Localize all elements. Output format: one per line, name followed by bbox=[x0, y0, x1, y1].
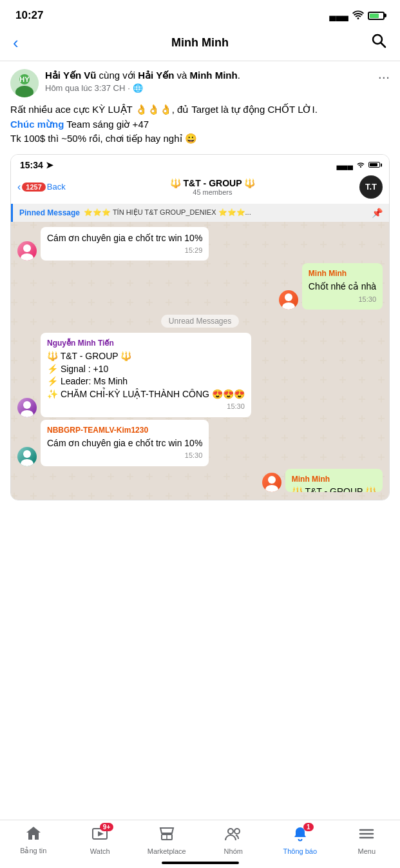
chat-group-members: 45 members bbox=[71, 188, 354, 196]
chat-nav-bar: ‹ 1257 Back 🔱 T&T - GROUP 🔱 45 members T… bbox=[11, 173, 389, 204]
msg-avatar-2 bbox=[279, 290, 298, 310]
svg-line-1 bbox=[381, 43, 385, 48]
svg-point-10 bbox=[23, 401, 31, 409]
chat-time: 15:34 ➤ bbox=[20, 160, 53, 170]
nav-item-watch[interactable]: 9+ Watch bbox=[77, 826, 122, 855]
battery-icon bbox=[368, 12, 385, 20]
message-bubble-3: Nguyễn Minh Tiến 🔱 T&T - GROUP 🔱⚡ Signal… bbox=[41, 333, 251, 417]
pinned-stars-text: ⭐⭐⭐ TÍN HIỆU T&T GROUP_DENIEX ⭐⭐⭐... bbox=[84, 208, 372, 217]
pin-icon: 📌 bbox=[372, 208, 383, 218]
pinned-label: Pinned Message bbox=[19, 208, 80, 217]
msg-avatar-5 bbox=[262, 473, 281, 492]
groups-icon bbox=[224, 826, 242, 845]
nav-label-notifications: Thông báo bbox=[283, 847, 317, 855]
status-bar: 10:27 ▄▄▄ bbox=[0, 0, 400, 27]
chat-signal-icon: ▄▄▄ bbox=[336, 161, 353, 170]
chat-status-icons: ▄▄▄ bbox=[336, 161, 380, 170]
page-title: Minh Minh bbox=[171, 36, 229, 50]
watch-icon: 9+ bbox=[91, 826, 108, 845]
unread-divider: Unread Messages bbox=[161, 315, 239, 328]
nav-label-home: Bảng tin bbox=[20, 847, 46, 855]
table-row: Minh Minh Chốt nhé cả nhà 15:30 bbox=[17, 263, 383, 310]
msg-avatar-3 bbox=[17, 398, 37, 417]
svg-point-6 bbox=[23, 244, 31, 252]
search-button[interactable] bbox=[364, 32, 387, 53]
svg-marker-17 bbox=[98, 831, 104, 836]
chat-back-count: 1257 bbox=[22, 182, 45, 192]
post-container: HY Hải Yến Vũ cùng với Hải Yến và Minh M… bbox=[0, 61, 400, 500]
message-bubble-4: NBBGRP-TEAMLV-Kim1230 Cám ơn chuyên gia … bbox=[41, 420, 209, 466]
table-row: Cám ơn chuyên gia e chốt trc win 10% 15:… bbox=[17, 227, 383, 261]
notifications-badge: 1 bbox=[303, 823, 314, 831]
back-button[interactable]: ‹ bbox=[13, 33, 36, 53]
nav-label-groups: Nhóm bbox=[224, 847, 243, 855]
nav-label-watch: Watch bbox=[90, 847, 110, 855]
post-header: HY Hải Yến Vũ cùng với Hải Yến và Minh M… bbox=[10, 69, 390, 97]
msg-avatar-1 bbox=[17, 241, 37, 261]
svg-point-14 bbox=[268, 476, 276, 484]
svg-point-13 bbox=[21, 459, 33, 466]
svg-point-15 bbox=[265, 485, 278, 492]
nav-item-notifications[interactable]: 1 Thông báo bbox=[278, 826, 323, 855]
chat-messages: Cám ơn chuyên gia e chốt trc win 10% 15:… bbox=[11, 222, 389, 500]
nav-label-menu: Menu bbox=[357, 847, 376, 855]
pinned-message: Pinned Message ⭐⭐⭐ TÍN HIỆU T&T GROUP_DE… bbox=[11, 204, 389, 222]
privacy-icon: 🌐 bbox=[133, 83, 143, 93]
chat-group-avatar: T.T bbox=[359, 175, 383, 199]
post-body: Rất nhiều ace cực KỲ LUẬT 👌👌👌, đủ Target… bbox=[10, 103, 390, 146]
watch-badge: 9+ bbox=[100, 823, 113, 831]
chat-status-bar: 15:34 ➤ ▄▄▄ bbox=[11, 155, 389, 173]
chat-back-button[interactable]: ‹ 1257 Back bbox=[17, 181, 66, 193]
svg-point-9 bbox=[282, 302, 295, 310]
chat-battery-icon bbox=[368, 162, 380, 168]
table-row: Minh Minh 🔱 T&T - GROUP 🔱 bbox=[17, 469, 383, 492]
post-meta: Hải Yến Vũ cùng với Hải Yến và Minh Minh… bbox=[45, 69, 372, 93]
more-options-button[interactable]: ··· bbox=[378, 69, 390, 86]
table-row: Nguyễn Minh Tiến 🔱 T&T - GROUP 🔱⚡ Signal… bbox=[17, 333, 383, 417]
svg-point-20 bbox=[228, 829, 233, 834]
chat-back-label: Back bbox=[47, 182, 66, 192]
bottom-nav: Bảng tin 9+ Watch Marketplace bbox=[0, 820, 400, 868]
wifi-icon bbox=[352, 10, 364, 21]
post-author: Hải Yến Vũ cùng với Hải Yến và Minh Minh… bbox=[45, 69, 372, 82]
table-row: NBBGRP-TEAMLV-Kim1230 Cám ơn chuyên gia … bbox=[17, 420, 383, 466]
message-bubble-5: Minh Minh 🔱 T&T - GROUP 🔱 bbox=[285, 469, 383, 492]
avatar: HY bbox=[10, 69, 39, 97]
home-indicator bbox=[162, 862, 239, 864]
nav-item-marketplace[interactable]: Marketplace bbox=[144, 826, 189, 855]
status-time: 10:27 bbox=[15, 9, 43, 22]
nav-label-marketplace: Marketplace bbox=[148, 847, 186, 855]
nav-item-menu[interactable]: Menu bbox=[344, 826, 389, 855]
svg-point-11 bbox=[21, 410, 33, 417]
message-bubble-1: Cám ơn chuyên gia e chốt trc win 10% 15:… bbox=[41, 227, 209, 261]
marketplace-icon bbox=[158, 826, 175, 845]
svg-point-21 bbox=[234, 829, 240, 834]
signal-icon: ▄▄▄ bbox=[329, 10, 348, 21]
nav-bar: ‹ Minh Minh bbox=[0, 27, 400, 61]
chat-screenshot: 15:34 ➤ ▄▄▄ bbox=[10, 154, 390, 500]
home-icon bbox=[25, 825, 42, 845]
notifications-icon: 1 bbox=[292, 826, 309, 845]
message-bubble-2: Minh Minh Chốt nhé cả nhà 15:30 bbox=[302, 263, 383, 310]
svg-text:HY: HY bbox=[19, 75, 30, 83]
msg-avatar-4 bbox=[17, 447, 37, 466]
chat-wifi-icon bbox=[356, 161, 365, 170]
svg-point-7 bbox=[21, 253, 33, 261]
status-icons: ▄▄▄ bbox=[329, 10, 385, 21]
post-time: Hôm qua lúc 3:37 CH · 🌐 bbox=[45, 83, 372, 93]
svg-point-8 bbox=[285, 293, 292, 301]
menu-icon bbox=[358, 826, 375, 845]
nav-item-groups[interactable]: Nhóm bbox=[211, 826, 256, 855]
chat-group-name: 🔱 T&T - GROUP 🔱 bbox=[71, 178, 354, 188]
svg-point-12 bbox=[23, 450, 31, 458]
chat-group-info: 🔱 T&T - GROUP 🔱 45 members bbox=[71, 178, 354, 196]
nav-item-home[interactable]: Bảng tin bbox=[11, 825, 56, 855]
